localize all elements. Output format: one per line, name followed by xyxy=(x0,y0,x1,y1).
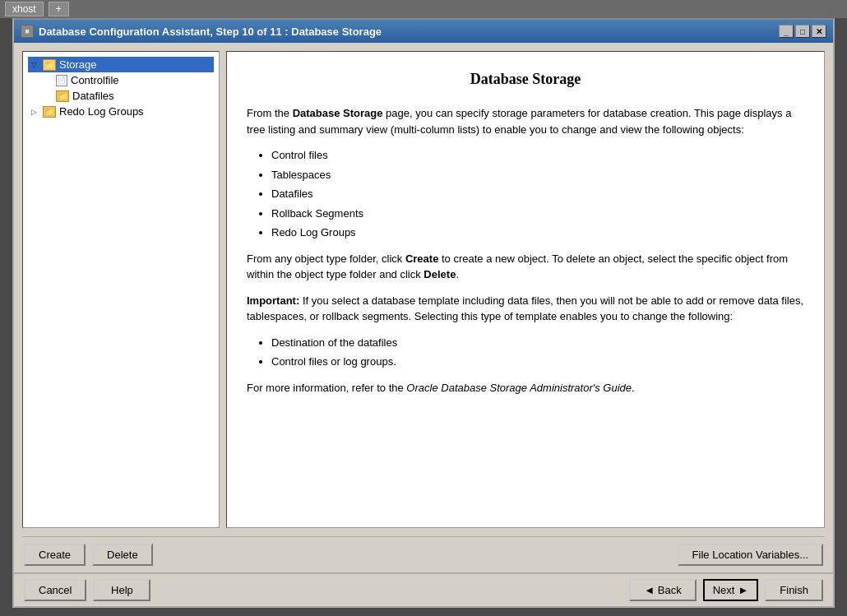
list2-item-1: Destination of the datafiles xyxy=(271,335,804,351)
folder-storage-icon: 📁 xyxy=(43,59,56,71)
file-location-button[interactable]: File Location Variables... xyxy=(678,544,823,566)
window-icon: ■ xyxy=(21,25,34,38)
tree-label-storage: Storage xyxy=(59,58,97,71)
para3-suffix: If you select a database template includ… xyxy=(247,294,803,323)
tree-item-controlfile[interactable]: 📄 Controlfile xyxy=(28,72,214,88)
para1-prefix: From the xyxy=(247,107,293,119)
title-bar: ■ Database Configuration Assistant, Step… xyxy=(14,20,833,43)
next-button-group[interactable]: Next ► xyxy=(703,579,759,601)
list1-item-4: Rollback Segments xyxy=(271,206,804,222)
back-arrow-icon: ◄ xyxy=(644,584,655,596)
list2: Destination of the datafiles Control fil… xyxy=(271,335,804,370)
delete-button[interactable]: Delete xyxy=(92,544,153,566)
para4-prefix: For more information, refer to the xyxy=(247,382,406,394)
para2-suffix: . xyxy=(456,268,459,280)
list1-item-3: Datafiles xyxy=(271,186,804,202)
para3-bold: Important: xyxy=(247,294,299,307)
para3: Important: If you select a database temp… xyxy=(247,293,804,325)
action-bar: Create Delete File Location Variables... xyxy=(14,537,833,572)
finish-button[interactable]: Finish xyxy=(765,579,823,601)
para4: For more information, refer to the Oracl… xyxy=(247,380,804,396)
content-panel: Database Storage From the Database Stora… xyxy=(226,51,825,528)
tree-item-storage[interactable]: ▽ 📁 Storage xyxy=(28,57,214,72)
tree-panel: ▽ 📁 Storage 📄 Controlfile 📁 Datafiles ▷ … xyxy=(22,51,220,528)
close-button[interactable]: ✕ xyxy=(812,25,826,38)
tree-item-redolog[interactable]: ▷ 📁 Redo Log Groups xyxy=(28,104,214,119)
next-button[interactable]: Next ► xyxy=(705,581,757,600)
para2-bold1: Create xyxy=(405,252,438,265)
help-button[interactable]: Help xyxy=(93,579,150,601)
minimize-button[interactable]: _ xyxy=(779,25,794,38)
cancel-button[interactable]: Cancel xyxy=(24,579,86,601)
para1-bold: Database Storage xyxy=(293,107,383,119)
title-bar-left: ■ Database Configuration Assistant, Step… xyxy=(21,25,382,38)
back-button[interactable]: ◄ Back xyxy=(629,579,696,601)
folder-redolog-icon: 📁 xyxy=(43,106,56,118)
list1-item-2: Tablespaces xyxy=(271,167,804,183)
main-window: ■ Database Configuration Assistant, Step… xyxy=(12,18,835,608)
tree-label-redolog: Redo Log Groups xyxy=(59,105,144,118)
next-arrow-icon: ► xyxy=(738,584,748,596)
tree-label-datafiles: Datafiles xyxy=(72,90,114,102)
expand-storage-icon: ▽ xyxy=(31,61,39,69)
window-title: Database Configuration Assistant, Step 1… xyxy=(39,25,382,38)
list2-item-2: Control files or log groups. xyxy=(271,354,804,370)
para2: From any object type folder, click Creat… xyxy=(247,251,804,283)
content-heading: Database Storage xyxy=(247,68,804,90)
expand-redolog-icon: ▷ xyxy=(31,108,39,116)
maximize-button[interactable]: □ xyxy=(795,25,810,38)
taskbar-plus[interactable]: + xyxy=(49,2,69,16)
taskbar: xhost + xyxy=(0,0,847,18)
para2-bold2: Delete xyxy=(424,268,456,280)
folder-datafiles-icon: 📁 xyxy=(56,90,69,102)
main-content: ▽ 📁 Storage 📄 Controlfile 📁 Datafiles ▷ … xyxy=(14,43,833,536)
para2-prefix: From any object type folder, click xyxy=(247,252,405,265)
para4-italic: Oracle Database Storage Administrator's … xyxy=(406,382,632,394)
nav-bar: Cancel Help ◄ Back Next ► Finish xyxy=(14,572,833,606)
list1-item-5: Redo Log Groups xyxy=(271,225,804,241)
tree-label-controlfile: Controlfile xyxy=(71,74,119,86)
title-bar-controls: _ □ ✕ xyxy=(779,25,826,38)
list1: Control files Tablespaces Datafiles Roll… xyxy=(271,147,804,241)
tree-item-datafiles[interactable]: 📁 Datafiles xyxy=(28,88,214,104)
doc-controlfile-icon: 📄 xyxy=(56,75,67,86)
para4-suffix: . xyxy=(632,382,635,394)
back-label: Back xyxy=(658,584,682,596)
create-button[interactable]: Create xyxy=(24,544,86,566)
next-label: Next xyxy=(713,584,735,596)
taskbar-xhost[interactable]: xhost xyxy=(5,2,44,16)
para1: From the Database Storage page, you can … xyxy=(247,105,804,137)
list1-item-1: Control files xyxy=(271,147,804,164)
